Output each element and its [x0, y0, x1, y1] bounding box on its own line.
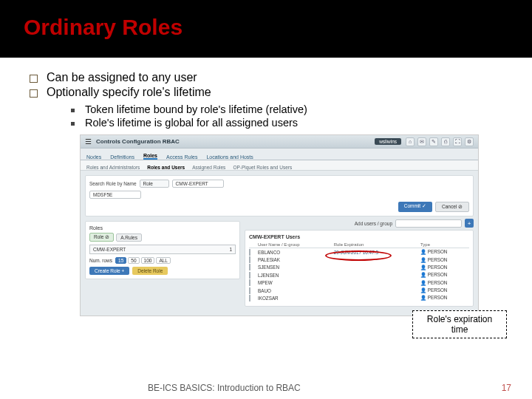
checkbox-icon: [30, 89, 38, 98]
users-header: User Name / E-group Role Expiration Type: [249, 242, 469, 248]
page-size[interactable]: 50: [128, 257, 139, 264]
row-checkbox[interactable]: [249, 287, 250, 294]
rules-chip[interactable]: A.Rules: [116, 233, 142, 242]
content-area: Can be assigned to any user Optionally s…: [0, 58, 532, 316]
page-size[interactable]: ALL: [156, 257, 171, 264]
role-chip[interactable]: Role ⊘: [89, 233, 114, 242]
tabs-secondary: Roles and AdministratorsRoles and UsersA…: [81, 160, 478, 171]
tab-primary[interactable]: Definitions: [110, 154, 134, 160]
role-name: CMW-EXPERT: [93, 247, 126, 252]
menu-icon[interactable]: ☰: [85, 137, 92, 146]
tab-primary[interactable]: Locations and Hosts: [206, 154, 253, 160]
bullet-text: Can be assigned to any user: [47, 71, 197, 84]
cell-type: 👤 PERSON: [420, 280, 469, 286]
page-size[interactable]: 100: [141, 257, 155, 264]
user-row[interactable]: MPEW👤 PERSON: [249, 279, 469, 287]
cell-username: BAUO: [258, 288, 334, 293]
device-input[interactable]: MDSF5E: [89, 191, 141, 199]
add-button[interactable]: +: [465, 219, 474, 228]
tab-secondary[interactable]: OP-Piquet Roles and Users: [233, 165, 292, 170]
cell-type: 👤 PERSON: [420, 257, 469, 263]
subbullet-1: Token lifetime bound by role's lifetime …: [71, 103, 532, 115]
row-checkbox[interactable]: [249, 272, 250, 279]
tab-primary[interactable]: Nodes: [86, 154, 101, 160]
cell-type: 👤 PERSON: [420, 265, 469, 270]
bullet-2: Optionally specify role's lifetime: [30, 86, 532, 99]
delete-role-button[interactable]: Delete Role: [132, 267, 168, 275]
user-row[interactable]: IKOZSAR👤 PERSON: [249, 294, 469, 301]
app-title: Controls Configuration RBAC: [96, 138, 180, 145]
cancel-button[interactable]: Cancel ⊘: [435, 202, 469, 212]
bullet-1: Can be assigned to any user: [30, 71, 532, 84]
toolbar-icon[interactable]: ⚙: [465, 137, 474, 146]
add-users-label: Add users / group: [355, 221, 392, 226]
page-number: 17: [502, 383, 511, 393]
tab-secondary[interactable]: Roles and Users: [147, 165, 185, 170]
row-checkbox[interactable]: [249, 295, 250, 301]
cell-type: 👤 PERSON: [420, 272, 469, 278]
users-panel: CMW-EXPERT Users User Name / E-group Rol…: [245, 230, 474, 307]
roles-heading: Roles: [89, 225, 236, 231]
search-mode-select[interactable]: Role: [140, 180, 169, 188]
app-toolbar: ☰ Controls Configuration RBAC wsliwins ⌂…: [81, 135, 478, 149]
numrows-label: Num. rows: [89, 258, 112, 263]
cell-username: SJENSEN: [258, 265, 334, 270]
search-label: Search Role by Name: [89, 181, 137, 186]
user-badge[interactable]: wsliwins: [375, 138, 401, 145]
commit-button[interactable]: Commit ✓: [398, 202, 432, 212]
toolbar-icon[interactable]: ✎: [429, 137, 438, 146]
tab-secondary[interactable]: Roles and Administrators: [86, 165, 140, 170]
checkbox-icon: [30, 75, 38, 83]
pagination: Num. rows 1550100ALL: [89, 257, 236, 264]
square-icon: [71, 109, 75, 112]
col-username: User Name / E-group: [258, 242, 334, 247]
toolbar-icon[interactable]: ✉: [417, 137, 426, 146]
footer-text: BE-ICS BASICS: Introduction to RBAC: [148, 383, 301, 393]
add-users-input[interactable]: [395, 219, 462, 228]
toolbar-icon[interactable]: ⎙: [441, 137, 450, 146]
tab-primary[interactable]: Access Rules: [166, 154, 197, 160]
highlight-ring: [325, 250, 392, 261]
roles-panel: Roles Role ⊘ A.Rules CMW-EXPERT 1 Num. r…: [85, 221, 240, 279]
search-input[interactable]: CMW-EXPERT: [172, 180, 224, 188]
row-checkbox[interactable]: [249, 264, 250, 270]
footer: BE-ICS BASICS: Introduction to RBAC 17: [0, 383, 532, 393]
callout-box: Role's expiration time: [412, 310, 507, 338]
title-bar: Ordinary Roles: [0, 0, 532, 58]
callout-text: Role's expiration time: [427, 314, 492, 335]
user-row[interactable]: SJENSEN👤 PERSON: [249, 264, 469, 271]
page-size[interactable]: 15: [115, 257, 126, 264]
cell-username: MPEW: [258, 280, 334, 285]
row-checkbox[interactable]: [249, 256, 250, 263]
cell-username: EBLANCO: [258, 250, 334, 255]
row-checkbox[interactable]: [249, 249, 250, 256]
square-icon: [71, 122, 75, 126]
user-row[interactable]: BAUO👤 PERSON: [249, 287, 469, 294]
cell-username: IKOZSAR: [258, 296, 334, 301]
users-title: CMW-EXPERT Users: [249, 234, 469, 239]
sub-text: Token lifetime bound by role's lifetime …: [85, 103, 307, 115]
tabs-primary: NodesDefinitionsRolesAccess RulesLocatio…: [81, 149, 478, 160]
bullet-text: Optionally specify role's lifetime: [47, 86, 211, 99]
cell-username: PALESIAK: [258, 257, 334, 262]
toolbar-icon[interactable]: ⛶: [453, 137, 462, 146]
cell-type: 👤 PERSON: [420, 287, 469, 293]
embedded-screenshot: ☰ Controls Configuration RBAC wsliwins ⌂…: [80, 134, 479, 316]
slide-title: Ordinary Roles: [24, 15, 532, 40]
sub-text: Role's lifetime is global for all assign…: [85, 117, 298, 129]
create-role-button[interactable]: Create Role +: [89, 267, 129, 275]
cell-type: 👤 PERSON: [420, 295, 469, 301]
role-list-item[interactable]: CMW-EXPERT 1: [89, 245, 236, 254]
role-count: 1: [229, 247, 232, 252]
tab-primary[interactable]: Roles: [143, 153, 157, 160]
col-type: Type: [420, 242, 469, 247]
toolbar-icon[interactable]: ⌂: [406, 137, 415, 146]
cell-username: LJENSEN: [258, 273, 334, 278]
col-expiration: Role Expiration: [334, 242, 420, 247]
subbullet-2: Role's lifetime is global for all assign…: [71, 117, 532, 129]
row-checkbox[interactable]: [249, 279, 250, 286]
user-row[interactable]: LJENSEN👤 PERSON: [249, 271, 469, 279]
tab-secondary[interactable]: Assigned Roles: [192, 165, 225, 170]
cell-type: 👤 PERSON: [420, 249, 469, 255]
search-panel: Search Role by Name Role CMW-EXPERT MDSF…: [85, 175, 474, 216]
